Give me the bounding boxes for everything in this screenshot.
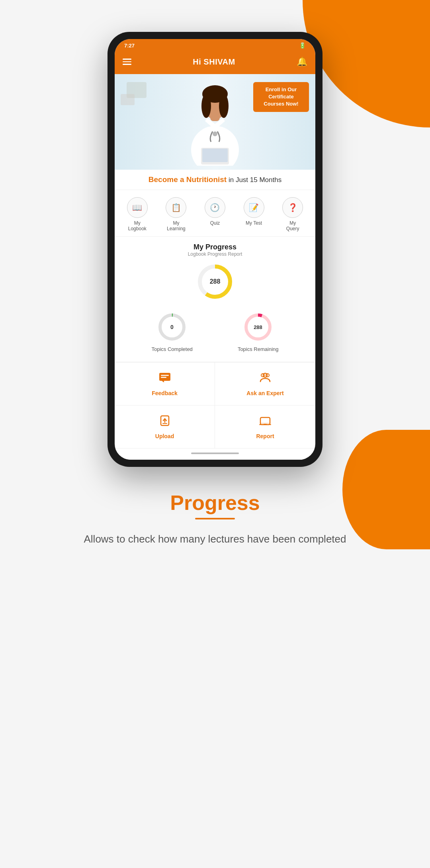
float-element-2: [121, 94, 135, 105]
menu-button[interactable]: [123, 59, 131, 65]
feedback-label: Feedback: [152, 390, 178, 396]
banner-content: [115, 74, 315, 170]
status-bar: 7:27 🔋: [115, 39, 315, 52]
svg-rect-29: [264, 424, 267, 425]
ask-expert-button[interactable]: Ask an Expert: [215, 362, 315, 406]
logbook-icon: 📖: [127, 197, 148, 218]
topics-remaining-chart: 288 Topics Remaining: [238, 311, 279, 352]
upload-button[interactable]: Upload: [115, 406, 215, 449]
section-underline: [195, 518, 235, 519]
below-phone-section: Progress Allows to check how many lectur…: [0, 467, 430, 571]
progress-subtitle: Logbook Progress Report: [121, 251, 309, 257]
home-indicator: [115, 449, 315, 460]
upload-icon: [158, 414, 171, 430]
section-description: Allows to check how many lectures have b…: [76, 531, 354, 547]
svg-marker-20: [162, 381, 164, 382]
hamburger-line-3: [123, 64, 131, 65]
main-donut-chart: 288: [121, 262, 309, 302]
grid-actions: Feedback Ask an Expert: [115, 362, 315, 449]
test-icon: 📝: [244, 197, 264, 218]
report-label: Report: [256, 433, 274, 439]
svg-rect-8: [202, 149, 228, 162]
phone-screen: 7:27 🔋 Hi SHIVAM 🔔: [115, 39, 315, 460]
app-header: Hi SHIVAM 🔔: [115, 52, 315, 74]
report-icon: [259, 414, 272, 430]
learning-icon: 📋: [166, 197, 186, 218]
section-title: Progress: [32, 491, 398, 515]
doctor-figure: [179, 78, 251, 166]
feedback-icon: [158, 371, 171, 387]
svg-rect-19: [161, 377, 166, 378]
topics-completed-chart: 0 Topics Completed: [152, 311, 193, 352]
quiz-icon: 🕐: [205, 197, 225, 218]
phone-wrapper: 7:27 🔋 Hi SHIVAM 🔔: [0, 0, 430, 467]
notification-bell-icon[interactable]: 🔔: [297, 57, 307, 67]
main-donut-value: 288: [210, 278, 221, 285]
sidebar-item-my-test[interactable]: 📝 My Test: [244, 197, 264, 231]
sidebar-item-my-query[interactable]: ❓ MyQuery: [282, 197, 303, 231]
header-greeting: Hi SHIVAM: [193, 57, 235, 67]
report-button[interactable]: Report: [215, 406, 315, 449]
svg-point-5: [219, 94, 229, 118]
tagline-highlight: Become a Nutritionist: [149, 175, 227, 184]
status-time: 7:27: [124, 43, 135, 49]
upload-label: Upload: [155, 433, 174, 439]
battery-icon: 🔋: [299, 42, 306, 49]
progress-title: My Progress: [121, 243, 309, 251]
home-bar: [191, 453, 239, 454]
phone-frame: 7:27 🔋 Hi SHIVAM 🔔: [108, 32, 322, 467]
topics-completed-label: Topics Completed: [152, 346, 193, 352]
query-label: MyQuery: [286, 220, 299, 231]
svg-text:0: 0: [170, 324, 174, 330]
svg-text:288: 288: [254, 324, 262, 330]
learning-label: MyLearning: [167, 220, 186, 231]
sub-progress-row: 0 Topics Completed 288 Topics Remaining: [121, 308, 309, 355]
feedback-button[interactable]: Feedback: [115, 362, 215, 406]
svg-point-6: [213, 131, 217, 136]
sidebar-item-my-logbook[interactable]: 📖 MyLogbook: [127, 197, 148, 231]
banner-tagline: Become a Nutritionist in Just 15 Months: [115, 170, 315, 190]
tagline-rest: in Just 15 Months: [227, 176, 281, 184]
quiz-label: Quiz: [210, 220, 220, 226]
sidebar-item-quiz[interactable]: 🕐 Quiz: [205, 197, 225, 231]
test-label: My Test: [246, 220, 262, 226]
query-icon: ❓: [282, 197, 303, 218]
topics-remaining-label: Topics Remaining: [238, 346, 279, 352]
quick-actions-row: 📖 MyLogbook 📋 MyLearning 🕐 Quiz 📝 My Tes…: [115, 190, 315, 237]
svg-point-4: [201, 94, 211, 118]
svg-rect-18: [161, 375, 169, 376]
hamburger-line-2: [123, 61, 131, 63]
hamburger-line-1: [123, 59, 131, 60]
ask-expert-label: Ask an Expert: [246, 390, 283, 396]
sidebar-item-my-learning[interactable]: 📋 MyLearning: [166, 197, 186, 231]
progress-section: My Progress Logbook Progress Report 288: [115, 237, 315, 362]
logbook-label: MyLogbook: [128, 220, 147, 231]
ask-expert-icon: [259, 371, 272, 387]
banner: Enroll in Our Certificate Courses Now!: [115, 74, 315, 170]
